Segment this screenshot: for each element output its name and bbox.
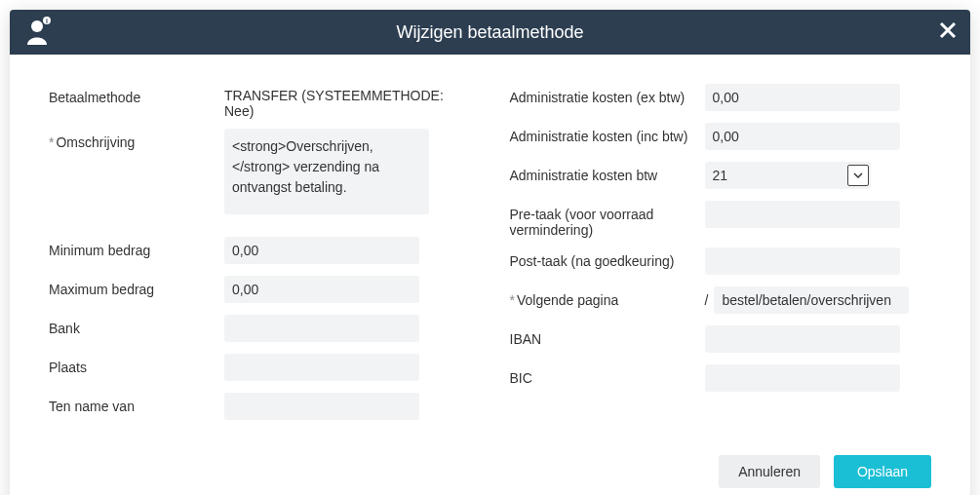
label-omschrijving: *Omschrijving xyxy=(49,129,224,150)
close-icon[interactable] xyxy=(939,19,957,45)
bic-input[interactable] xyxy=(705,364,900,392)
max-bedrag-input[interactable] xyxy=(224,276,419,303)
user-icon: i xyxy=(25,16,55,47)
label-min-bedrag: Minimum bedrag xyxy=(49,237,224,258)
label-plaats: Plaats xyxy=(49,354,224,375)
label-bank: Bank xyxy=(49,315,224,336)
dialog-header: i Wijzigen betaalmethode xyxy=(10,10,970,55)
pretask-input[interactable] xyxy=(705,201,900,228)
label-tnv: Ten name van xyxy=(49,393,224,414)
dialog-footer: Annuleren Opslaan xyxy=(10,451,970,495)
dialog-body: Betaalmethode TRANSFER (SYSTEEMMETHODE: … xyxy=(10,55,970,451)
nextpage-input[interactable] xyxy=(714,286,909,314)
iban-input[interactable] xyxy=(705,325,900,353)
save-button[interactable]: Opslaan xyxy=(834,455,931,488)
admin-btw-value[interactable] xyxy=(705,162,871,189)
svg-text:i: i xyxy=(46,18,48,24)
label-betaalmethode: Betaalmethode xyxy=(49,84,224,105)
svg-point-0 xyxy=(31,20,43,32)
label-pretask: Pre-taak (voor voorraad vermindering) xyxy=(510,201,705,238)
label-max-bedrag: Maximum bedrag xyxy=(49,276,224,297)
bank-input[interactable] xyxy=(224,315,419,342)
admin-btw-select[interactable] xyxy=(705,162,871,189)
tnv-input[interactable] xyxy=(224,393,419,420)
edit-payment-method-dialog: i Wijzigen betaalmethode Betaalmethode T… xyxy=(10,10,970,495)
label-posttask: Post-taak (na goedkeuring) xyxy=(510,248,705,269)
label-nextpage: *Volgende pagina xyxy=(510,286,705,308)
right-column: Administratie kosten (ex btw) Administra… xyxy=(510,84,932,432)
value-betaalmethode: TRANSFER (SYSTEEMMETHODE: Nee) xyxy=(224,84,471,119)
left-column: Betaalmethode TRANSFER (SYSTEEMMETHODE: … xyxy=(49,84,471,432)
posttask-input[interactable] xyxy=(705,248,900,275)
admin-inc-input[interactable] xyxy=(705,123,900,150)
chevron-down-icon[interactable] xyxy=(847,165,869,186)
label-admin-ex: Administratie kosten (ex btw) xyxy=(510,84,705,105)
min-bedrag-input[interactable] xyxy=(224,237,419,264)
dialog-title: Wijzigen betaalmethode xyxy=(25,22,955,43)
label-bic: BIC xyxy=(510,364,705,386)
admin-ex-input[interactable] xyxy=(705,84,900,111)
cancel-button[interactable]: Annuleren xyxy=(719,455,820,488)
plaats-input[interactable] xyxy=(224,354,419,381)
label-admin-inc: Administratie kosten (inc btw) xyxy=(510,123,705,144)
label-admin-btw: Administratie kosten btw xyxy=(510,162,705,183)
omschrijving-textarea[interactable] xyxy=(224,129,429,214)
label-iban: IBAN xyxy=(510,325,705,347)
nextpage-prefix: / xyxy=(705,292,709,308)
